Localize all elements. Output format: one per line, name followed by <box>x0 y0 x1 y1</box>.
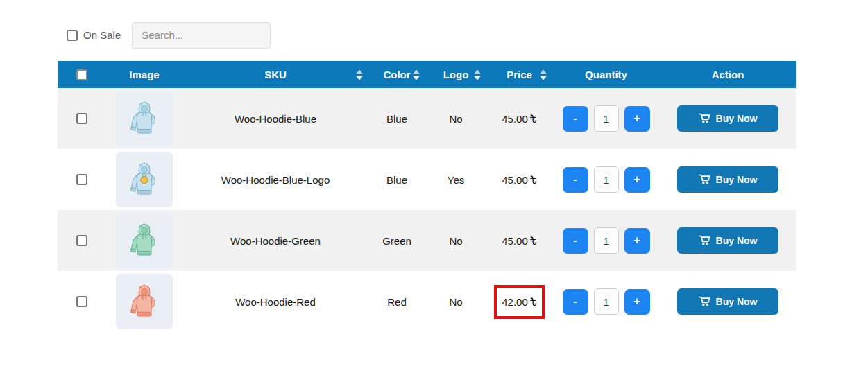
sort-desc-icon[interactable] <box>540 76 547 80</box>
price-amount: 42.00 <box>502 296 528 308</box>
column-header-action: Action <box>660 61 796 88</box>
sort-asc-icon[interactable] <box>356 69 363 74</box>
sort-icons-logo[interactable] <box>474 69 481 80</box>
logo-cell: Yes <box>425 149 486 210</box>
column-header-sku-label: SKU <box>264 69 287 80</box>
sku-cell: Woo-Hoodie-Red <box>182 271 368 332</box>
price-amount: 45.00 <box>502 174 528 186</box>
green-hoodie-illustration <box>124 220 165 261</box>
buy-now-button[interactable]: Buy Now <box>677 227 778 254</box>
logo-cell: No <box>425 271 486 332</box>
quantity-decrease-button[interactable]: - <box>563 289 588 315</box>
quantity-decrease-button[interactable]: - <box>563 228 588 254</box>
product-image <box>116 213 173 268</box>
cart-icon <box>699 235 710 246</box>
cart-icon <box>699 296 710 307</box>
quantity-decrease-button[interactable]: - <box>563 167 588 193</box>
buy-now-label: Buy Now <box>716 235 758 246</box>
select-all-checkbox[interactable] <box>76 69 87 80</box>
column-header-quantity: Quantity <box>552 61 660 88</box>
on-sale-filter[interactable]: On Sale <box>67 29 121 41</box>
quantity-input[interactable] <box>594 288 619 315</box>
buy-now-label: Buy Now <box>716 296 758 307</box>
price-value: 45.00 <box>497 227 542 255</box>
taka-currency-icon <box>529 297 537 307</box>
color-cell: Green <box>368 210 425 271</box>
row-select-checkbox[interactable] <box>76 235 87 246</box>
sort-icons-color[interactable] <box>413 69 420 80</box>
table-row: Woo-Hoodie-Green Green No 45.00 - + <box>58 210 796 271</box>
sort-desc-icon[interactable] <box>474 76 481 80</box>
hoodie-logo-badge <box>141 176 148 183</box>
sort-asc-icon[interactable] <box>540 69 547 74</box>
products-page: On Sale Image SKU Color <box>0 0 868 380</box>
taka-currency-icon <box>529 114 537 124</box>
quantity-increase-button[interactable]: + <box>624 106 650 132</box>
quantity-decrease-button[interactable]: - <box>563 106 588 132</box>
table-row: Woo-Hoodie-Blue Blue No 45.00 - + B <box>58 88 796 149</box>
price-amount: 45.00 <box>502 235 528 247</box>
quantity-increase-button[interactable]: + <box>624 289 650 315</box>
taka-currency-icon <box>529 175 537 185</box>
row-select-checkbox[interactable] <box>76 113 87 124</box>
product-image <box>116 152 173 207</box>
table-row: Woo-Hoodie-Blue-Logo Blue Yes 45.00 - + <box>58 149 796 210</box>
quantity-stepper: - + <box>563 166 650 193</box>
quantity-stepper: - + <box>563 227 650 254</box>
price-amount: 45.00 <box>502 113 528 125</box>
column-header-logo[interactable]: Logo <box>425 61 486 88</box>
column-header-color[interactable]: Color <box>368 61 425 88</box>
product-image <box>116 274 173 329</box>
sort-asc-icon[interactable] <box>474 69 481 74</box>
quantity-stepper: - + <box>563 105 650 132</box>
buy-now-button[interactable]: Buy Now <box>677 288 778 315</box>
logo-cell: No <box>425 210 486 271</box>
buy-now-button[interactable]: Buy Now <box>677 166 778 193</box>
row-select-checkbox[interactable] <box>76 296 87 307</box>
quantity-input[interactable] <box>594 166 619 193</box>
quantity-input[interactable] <box>594 227 619 254</box>
on-sale-label: On Sale <box>83 29 121 41</box>
sku-cell: Woo-Hoodie-Blue <box>182 88 368 149</box>
cart-icon <box>699 174 710 185</box>
sort-asc-icon[interactable] <box>413 69 420 74</box>
filter-bar: On Sale <box>67 21 271 49</box>
column-header-price[interactable]: Price <box>486 61 552 88</box>
color-cell: Blue <box>368 88 425 149</box>
column-header-sku[interactable]: SKU <box>182 61 368 88</box>
quantity-increase-button[interactable]: + <box>624 167 650 193</box>
column-header-image: Image <box>106 61 182 88</box>
sort-icons-price[interactable] <box>540 69 547 80</box>
column-header-price-label: Price <box>507 69 532 80</box>
on-sale-checkbox[interactable] <box>67 30 78 41</box>
buy-now-label: Buy Now <box>716 174 758 185</box>
sort-desc-icon[interactable] <box>356 76 363 80</box>
buy-now-label: Buy Now <box>716 113 758 124</box>
product-image <box>116 91 173 146</box>
sku-cell: Woo-Hoodie-Green <box>182 210 368 271</box>
cart-icon <box>699 113 710 124</box>
color-cell: Red <box>368 271 425 332</box>
table-header-row: Image SKU Color Logo <box>58 61 796 88</box>
search-input[interactable] <box>132 22 271 49</box>
blue-hoodie-logo-illustration <box>124 159 165 200</box>
quantity-input[interactable] <box>594 105 619 132</box>
sort-desc-icon[interactable] <box>413 76 420 80</box>
column-header-color-label: Color <box>383 69 410 80</box>
blue-hoodie-illustration <box>124 98 165 139</box>
logo-cell: No <box>425 88 486 149</box>
column-header-image-label: Image <box>129 69 159 80</box>
header-select-all-cell <box>58 61 106 88</box>
sku-cell: Woo-Hoodie-Blue-Logo <box>182 149 368 210</box>
column-header-quantity-label: Quantity <box>585 69 627 80</box>
column-header-action-label: Action <box>712 69 744 80</box>
column-header-logo-label: Logo <box>443 69 469 80</box>
product-table: Image SKU Color Logo <box>58 61 796 332</box>
taka-currency-icon <box>529 236 537 246</box>
buy-now-button[interactable]: Buy Now <box>677 105 778 132</box>
table-row: Woo-Hoodie-Red Red No 42.00 - + Buy <box>58 271 796 332</box>
quantity-increase-button[interactable]: + <box>624 228 650 254</box>
sort-icons-sku[interactable] <box>356 69 363 80</box>
row-select-checkbox[interactable] <box>76 174 87 185</box>
price-value-highlighted: 42.00 <box>494 285 545 319</box>
